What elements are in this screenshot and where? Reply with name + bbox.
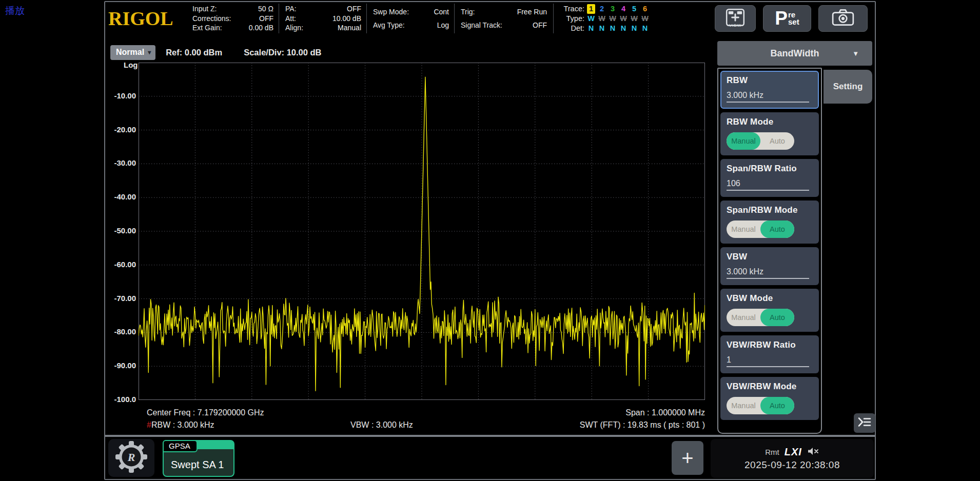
type-item-3[interactable]: W bbox=[609, 14, 617, 24]
span-rbw-mode-auto-option[interactable]: Auto bbox=[760, 221, 794, 238]
chart-toolbar: Normal ▾ Ref: 0.00 dBm Scale/Div: 10.00 … bbox=[110, 43, 322, 62]
align-status: Align:Manual bbox=[285, 23, 361, 33]
trace-mode-value: Normal bbox=[116, 48, 144, 57]
det-label: Det: bbox=[560, 24, 584, 33]
span-rbw-ratio-card[interactable]: Span/RBW Ratio106 bbox=[720, 159, 819, 197]
signal-track-status: Signal Track:OFF bbox=[461, 18, 547, 32]
rbw-card[interactable]: RBW3.000 kHz bbox=[720, 71, 819, 109]
vbw-rbw-ratio-value[interactable]: 1 bbox=[727, 355, 809, 367]
menu-collapse-button[interactable] bbox=[854, 413, 875, 433]
ref-level-readout: Ref: 0.00 dBm bbox=[166, 48, 222, 57]
header-info-groups: Input Z:50 ΩCorrections:OFFExt Gain:0.00… bbox=[186, 4, 552, 33]
det-item-6[interactable]: N bbox=[641, 24, 649, 33]
input-z-status: Input Z:50 Ω bbox=[192, 4, 273, 14]
instrument-screen: RIGOL Input Z:50 ΩCorrections:OFFExt Gai… bbox=[104, 1, 876, 480]
avg-type-status: Avg Type:Log bbox=[373, 18, 449, 32]
rbw-mode-card[interactable]: RBW ModeManualAuto bbox=[720, 112, 819, 155]
type-item-5[interactable]: W bbox=[630, 14, 638, 24]
multi-view-button-label: VIEW bbox=[715, 23, 755, 28]
trace-item-3[interactable]: 3 bbox=[609, 4, 617, 14]
vbw-label: VBW bbox=[727, 252, 813, 262]
chevron-down-icon: ▾ bbox=[148, 49, 151, 56]
trace-item-5[interactable]: 5 bbox=[630, 4, 638, 14]
header-info-group: Trig:Free RunSignal Track:OFF bbox=[454, 4, 552, 33]
type-item-4[interactable]: W bbox=[619, 14, 628, 24]
y-axis-tick: -100.0 bbox=[107, 395, 136, 404]
pa-status: PA:OFF bbox=[285, 4, 361, 14]
vbw-rbw-mode-manual-option[interactable]: Manual bbox=[727, 397, 760, 414]
trace-item-1[interactable]: 1 bbox=[587, 4, 595, 14]
span-rbw-mode-card[interactable]: Span/RBW ModeManualAuto bbox=[720, 201, 819, 244]
y-axis-tick: -10.00 bbox=[107, 91, 136, 100]
rbw-manual-flag: # bbox=[147, 420, 151, 429]
vbw-mode-manual-option[interactable]: Manual bbox=[727, 309, 760, 326]
tab-setting[interactable]: Setting bbox=[824, 70, 872, 104]
system-gear-button[interactable]: R bbox=[108, 439, 154, 477]
ext-gain-status: Ext Gain:0.00 dB bbox=[192, 23, 273, 33]
datetime-readout: 2025-09-12 20:38:08 bbox=[744, 459, 840, 471]
det-item-3[interactable]: N bbox=[609, 24, 617, 33]
y-axis-tick: -30.00 bbox=[107, 158, 136, 167]
mode-group-badge: GPSA bbox=[163, 440, 198, 452]
det-item-5[interactable]: N bbox=[630, 24, 638, 33]
add-window-button[interactable]: + bbox=[672, 441, 703, 475]
system-status-box: Rmt LXI 2025-09-12 20:38:08 bbox=[711, 439, 874, 478]
status-header: RIGOL Input Z:50 ΩCorrections:OFFExt Gai… bbox=[108, 4, 872, 33]
vbw-rbw-mode-card[interactable]: VBW/RBW ModeManualAuto bbox=[720, 377, 819, 420]
y-axis-tick: -60.00 bbox=[107, 260, 136, 269]
type-item-2[interactable]: W bbox=[598, 14, 606, 24]
span-rbw-mode-toggle[interactable]: ManualAuto bbox=[727, 221, 794, 238]
type-item-1[interactable]: W bbox=[587, 14, 595, 24]
vbw-mode-card[interactable]: VBW ModeManualAuto bbox=[720, 289, 819, 332]
vbw-mode-auto-option[interactable]: Auto bbox=[760, 309, 794, 326]
trace-item-4[interactable]: 4 bbox=[619, 4, 628, 14]
trace-label: Trace: bbox=[560, 4, 584, 14]
vbw-card[interactable]: VBW3.000 kHz bbox=[720, 247, 819, 285]
trig-status: Trig:Free Run bbox=[461, 5, 547, 18]
vbw-rbw-ratio-card[interactable]: VBW/RBW Ratio1 bbox=[720, 335, 819, 373]
vbw-rbw-mode-toggle[interactable]: ManualAuto bbox=[727, 397, 794, 414]
det-item-1[interactable]: N bbox=[587, 24, 595, 33]
spectrum-plot bbox=[139, 63, 705, 400]
y-axis-tick: -20.00 bbox=[107, 125, 136, 134]
header-buttons: VIEW P re set bbox=[715, 4, 872, 33]
scale-per-div-readout: Scale/Div: 10.00 dB bbox=[244, 48, 321, 57]
type-label: Type: bbox=[560, 14, 584, 24]
type-item-6[interactable]: W bbox=[641, 14, 649, 24]
header-info-group: PA:OFFAtt:10.00 dBAlign:Manual bbox=[279, 4, 366, 33]
trace-mode-dropdown[interactable]: Normal ▾ bbox=[110, 45, 155, 60]
rbw-mode-auto-option[interactable]: Auto bbox=[760, 132, 794, 150]
vbw-mode-toggle[interactable]: ManualAuto bbox=[727, 309, 794, 326]
video-play-label: 播放 bbox=[5, 4, 25, 17]
vbw-rbw-ratio-label: VBW/RBW Ratio bbox=[727, 340, 813, 350]
y-axis-tick: -90.00 bbox=[107, 361, 136, 370]
y-axis-tick: -80.00 bbox=[107, 327, 136, 336]
multi-view-button[interactable]: VIEW bbox=[715, 5, 756, 32]
preset-button[interactable]: P re set bbox=[763, 5, 811, 32]
det-item-4[interactable]: N bbox=[619, 24, 628, 33]
span-rbw-ratio-value[interactable]: 106 bbox=[727, 179, 809, 191]
rbw-value[interactable]: 3.000 kHz bbox=[727, 91, 809, 103]
active-mode-tab[interactable]: GPSA Swept SA 1 bbox=[163, 440, 234, 477]
vbw-mode-label: VBW Mode bbox=[727, 293, 813, 304]
det-item-2[interactable]: N bbox=[598, 24, 606, 33]
trace-item-2[interactable]: 2 bbox=[598, 4, 606, 14]
preset-button-text: re set bbox=[788, 11, 799, 26]
rigol-logo: RIGOL bbox=[108, 4, 186, 33]
y-axis-tick: -70.00 bbox=[107, 294, 136, 303]
screenshot-button[interactable] bbox=[818, 5, 868, 32]
header-info-group: Swp Mode:ContAvg Type:Log bbox=[366, 4, 454, 33]
vbw-rbw-mode-auto-option[interactable]: Auto bbox=[760, 397, 794, 414]
trace-item-6[interactable]: 6 bbox=[641, 4, 649, 14]
sidebar-menu-title[interactable]: BandWidth ▼ bbox=[717, 41, 872, 66]
trace-status-panel: Trace:123456Type:WWWWWWDet:NNNNNN bbox=[553, 4, 649, 33]
rigol-gear-icon: R bbox=[115, 440, 148, 475]
remote-status-label: Rmt bbox=[765, 448, 779, 456]
menu-collapse-icon bbox=[857, 417, 872, 429]
span-readout: Span : 1.000000 MHz bbox=[625, 408, 705, 417]
bottom-bar-divider bbox=[105, 435, 875, 437]
vbw-value[interactable]: 3.000 kHz bbox=[727, 267, 809, 279]
rbw-mode-manual-option[interactable]: Manual bbox=[727, 132, 760, 150]
span-rbw-mode-manual-option[interactable]: Manual bbox=[727, 221, 760, 238]
rbw-mode-toggle[interactable]: ManualAuto bbox=[727, 132, 794, 150]
